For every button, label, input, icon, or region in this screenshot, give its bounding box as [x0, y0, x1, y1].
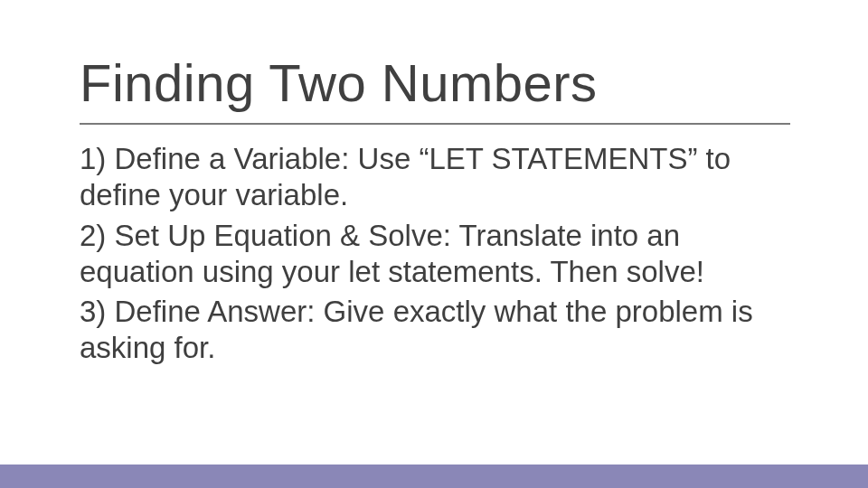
footer-accent-bar: [0, 465, 868, 488]
step-1: 1) Define a Variable: Use “LET STATEMENT…: [80, 141, 794, 214]
slide: Finding Two Numbers 1) Define a Variable…: [0, 0, 868, 488]
step-2: 2) Set Up Equation & Solve: Translate in…: [80, 218, 794, 291]
step-3: 3) Define Answer: Give exactly what the …: [80, 294, 794, 367]
slide-title: Finding Two Numbers: [80, 52, 598, 113]
title-underline: [80, 123, 790, 125]
slide-body: 1) Define a Variable: Use “LET STATEMENT…: [80, 141, 794, 371]
